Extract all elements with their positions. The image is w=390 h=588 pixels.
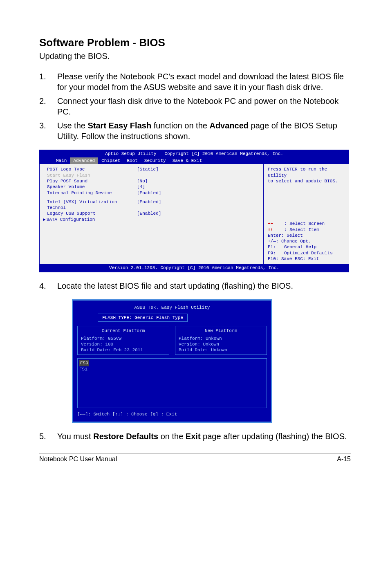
- drive-item: FS1: [79, 366, 104, 372]
- help-line: Press ENTER to run the utility: [268, 166, 345, 178]
- step-text: You must Restore Defaults on the Exit pa…: [57, 431, 351, 442]
- key-hint: F10: Save ESC: Exit: [268, 256, 345, 262]
- text-frag: Use the: [57, 121, 87, 130]
- step-5: 5. You must Restore Defaults on the Exit…: [39, 431, 351, 442]
- step-number: 1.: [39, 71, 57, 92]
- step-4: 4. Locate the latest BIOS file and start…: [39, 281, 351, 291]
- bios-tabrow: Main Advanced Chipset Boot Security Save…: [40, 157, 349, 164]
- bios-option-row: Legacy USB Support[Enabled]: [47, 211, 258, 216]
- bios-option-row: ▶SATA Configuration: [47, 217, 258, 222]
- platform-heading: New Platform: [179, 328, 263, 334]
- step-text: Please verify the Notebook PC's exact mo…: [57, 71, 351, 92]
- step-text: Use the Start Easy Flash function on the…: [57, 120, 351, 141]
- text-frag: on the: [158, 432, 186, 441]
- bios-tab-main: Main: [53, 157, 70, 164]
- platform-row: Platform: G55VW: [81, 336, 166, 341]
- flash-type: FLASH TYPE: Generic Flash Type: [98, 314, 188, 322]
- bios-help-panel: Press ENTER to run the utility to select…: [264, 164, 349, 264]
- steps-list: 1. Please verify the Notebook PC's exact…: [39, 71, 351, 141]
- bios-help-text: Press ENTER to run the utility to select…: [268, 166, 345, 184]
- key-hint: Enter: Select: [268, 233, 345, 238]
- platform-row: Version: 100: [81, 341, 166, 347]
- step-number: 3.: [39, 120, 57, 141]
- option-label: Intel [VMX] Virtualization Technol: [47, 199, 137, 211]
- option-value: [No]: [137, 178, 148, 184]
- bios-tab-boot: Boot: [123, 157, 141, 164]
- section-subtitle: Updating the BIOS.: [39, 51, 351, 61]
- footer-left: Notebook PC User Manual: [39, 455, 117, 464]
- platform-row: Build Date: Feb 23 2011: [81, 347, 166, 353]
- arrow-up-down-icon: ⬆⬇: [268, 227, 284, 233]
- step-text: Connect your flash disk drive to the Not…: [57, 96, 351, 117]
- option-label: Start Easy Flash: [47, 173, 137, 178]
- option-value: [Enabled]: [137, 211, 161, 216]
- step-3: 3. Use the Start Easy Flash function on …: [39, 120, 351, 141]
- bios-option-row: Play POST Sound[No]: [47, 178, 258, 184]
- option-value: [4]: [137, 184, 145, 190]
- text-frag: You must: [57, 432, 93, 441]
- bold-frag: Restore Defaults: [93, 432, 158, 441]
- step-2: 2. Connect your flash disk drive to the …: [39, 96, 351, 117]
- option-value: [Static]: [137, 166, 159, 172]
- bios-options-panel: POST Logo Type[Static] Start Easy Flash …: [40, 164, 264, 264]
- bios-setup-screenshot: Aptio Setup Utility - Copyright [C] 2010…: [39, 150, 349, 272]
- key-hint: +/—: Change Opt.: [268, 238, 345, 244]
- footer-divider: [39, 453, 351, 453]
- bios-option-row: Internal Pointing Device[Enabled]: [47, 190, 258, 196]
- platform-row: Platform: Unkown: [179, 336, 263, 341]
- page-footer: Notebook PC User Manual A-15: [39, 455, 351, 464]
- platform-row: Version: Unkown: [179, 341, 263, 347]
- bios-header: Aptio Setup Utility - Copyright [C] 2010…: [40, 150, 349, 157]
- option-label: Internal Pointing Device: [47, 190, 137, 196]
- new-platform-box: New Platform Platform: Unkown Version: U…: [175, 326, 267, 355]
- file-browser: FS0 FS1: [77, 358, 267, 408]
- step-1: 1. Please verify the Notebook PC's exact…: [39, 71, 351, 92]
- key-hint: F9:Optimized Defaults: [268, 250, 345, 256]
- drive-list: FS0 FS1: [78, 359, 106, 408]
- bios-key-help: ➡⬅: Select Screen ⬆⬇: Select Item Enter:…: [268, 221, 345, 262]
- bios-option-row: Intel [VMX] Virtualization Technol[Enabl…: [47, 199, 258, 211]
- current-platform-box: Current Platform Platform: G55VW Version…: [77, 326, 169, 355]
- bios-tab-saveexit: Save & Exit: [169, 157, 206, 164]
- bios-option-row: Speaker Volume[4]: [47, 184, 258, 190]
- bios-tab-chipset: Chipset: [98, 157, 123, 164]
- text-frag: function on the: [151, 121, 209, 130]
- option-label: Play POST Sound: [47, 178, 137, 184]
- key-hint: F1:General Help: [268, 244, 345, 250]
- option-value: [Enabled]: [137, 190, 161, 196]
- steps-list-cont: 4. Locate the latest BIOS file and start…: [39, 281, 351, 291]
- bold-frag: Exit: [186, 432, 201, 441]
- step-text: Locate the latest BIOS file and start up…: [57, 281, 351, 291]
- triangle-icon: ▶: [43, 217, 46, 222]
- flash-title: ASUS Tek. Easy Flash Utility: [77, 305, 267, 310]
- text-frag: page after updating (flashing) the BIOS.: [201, 432, 347, 441]
- step-number: 5.: [39, 431, 57, 442]
- drive-item: FS0: [79, 360, 104, 366]
- key-hints: [←→]: Switch [↑↓] : Choose [q] : Exit: [77, 411, 267, 417]
- easy-flash-screenshot: ASUS Tek. Easy Flash Utility FLASH TYPE:…: [72, 299, 272, 423]
- bios-tab-advanced: Advanced: [70, 157, 98, 164]
- help-line: to select and update BIOS.: [268, 178, 345, 184]
- bold-frag: Advanced: [209, 121, 249, 130]
- option-label: Speaker Volume: [47, 184, 137, 190]
- option-label: SATA Configuration: [47, 217, 137, 222]
- option-value: [Enabled]: [137, 199, 161, 211]
- file-pane: [106, 359, 267, 408]
- bios-footer: Version 2.01.1208. Copyright [C] 2010 Am…: [40, 264, 349, 272]
- steps-list-end: 5. You must Restore Defaults on the Exit…: [39, 431, 351, 442]
- footer-right: A-15: [337, 455, 351, 464]
- bios-tab-security: Security: [141, 157, 169, 164]
- option-label: POST Logo Type: [47, 166, 137, 172]
- bios-option-row: POST Logo Type[Static]: [47, 166, 258, 172]
- bold-frag: Start Easy Flash: [87, 121, 151, 130]
- platform-row: Build Date: Unkown: [179, 347, 263, 353]
- arrow-left-right-icon: ➡⬅: [268, 221, 284, 227]
- step-number: 2.: [39, 96, 57, 117]
- section-title: Software Problem - BIOS: [39, 36, 351, 50]
- step-number: 4.: [39, 281, 57, 291]
- option-label: Legacy USB Support: [47, 211, 137, 216]
- platform-heading: Current Platform: [81, 328, 166, 334]
- bios-option-row: Start Easy Flash: [47, 173, 258, 178]
